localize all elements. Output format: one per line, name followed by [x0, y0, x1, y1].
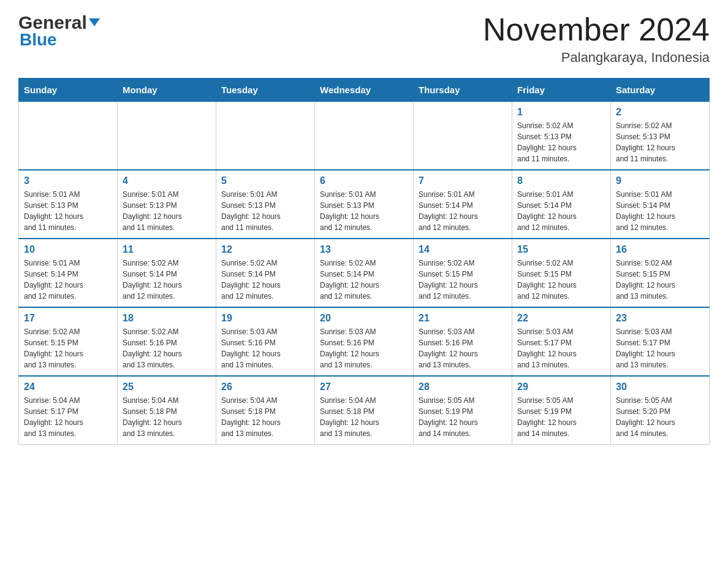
day-number: 12 [221, 244, 309, 255]
day-number: 22 [517, 313, 605, 324]
calendar-day-cell: 1Sunrise: 5:02 AM Sunset: 5:13 PM Daylig… [512, 102, 611, 170]
calendar-day-cell: 2Sunrise: 5:02 AM Sunset: 5:13 PM Daylig… [611, 102, 710, 170]
logo-area: General Blue [18, 12, 100, 48]
calendar-day-cell: 24Sunrise: 5:04 AM Sunset: 5:17 PM Dayli… [19, 376, 118, 445]
day-info: Sunrise: 5:03 AM Sunset: 5:16 PM Dayligh… [419, 326, 507, 370]
calendar-day-cell: 13Sunrise: 5:02 AM Sunset: 5:14 PM Dayli… [315, 239, 414, 307]
day-info: Sunrise: 5:02 AM Sunset: 5:15 PM Dayligh… [419, 258, 507, 302]
day-info: Sunrise: 5:02 AM Sunset: 5:13 PM Dayligh… [616, 120, 704, 164]
day-info: Sunrise: 5:02 AM Sunset: 5:13 PM Dayligh… [517, 120, 605, 164]
day-info: Sunrise: 5:03 AM Sunset: 5:16 PM Dayligh… [221, 326, 309, 370]
weekday-header-tuesday: Tuesday [216, 79, 315, 102]
day-info: Sunrise: 5:04 AM Sunset: 5:18 PM Dayligh… [320, 395, 408, 439]
calendar-day-cell: 29Sunrise: 5:05 AM Sunset: 5:19 PM Dayli… [512, 376, 611, 445]
calendar-week-row: 10Sunrise: 5:01 AM Sunset: 5:14 PM Dayli… [19, 239, 710, 307]
day-info: Sunrise: 5:02 AM Sunset: 5:14 PM Dayligh… [221, 258, 309, 302]
day-number: 5 [221, 175, 309, 186]
calendar-day-cell: 3Sunrise: 5:01 AM Sunset: 5:13 PM Daylig… [19, 170, 118, 239]
calendar-day-cell: 9Sunrise: 5:01 AM Sunset: 5:14 PM Daylig… [611, 170, 710, 239]
day-number: 18 [123, 313, 211, 324]
calendar-day-cell: 30Sunrise: 5:05 AM Sunset: 5:20 PM Dayli… [611, 376, 710, 445]
page-header: General Blue November 2024 Palangkaraya,… [18, 12, 710, 66]
day-info: Sunrise: 5:05 AM Sunset: 5:19 PM Dayligh… [419, 395, 507, 439]
day-info: Sunrise: 5:02 AM Sunset: 5:14 PM Dayligh… [320, 258, 408, 302]
calendar-week-row: 17Sunrise: 5:02 AM Sunset: 5:15 PM Dayli… [19, 307, 710, 376]
day-number: 6 [320, 175, 408, 186]
calendar-day-cell: 10Sunrise: 5:01 AM Sunset: 5:14 PM Dayli… [19, 239, 118, 307]
day-info: Sunrise: 5:04 AM Sunset: 5:18 PM Dayligh… [123, 395, 211, 439]
calendar-day-cell: 17Sunrise: 5:02 AM Sunset: 5:15 PM Dayli… [19, 307, 118, 376]
day-info: Sunrise: 5:01 AM Sunset: 5:14 PM Dayligh… [419, 189, 507, 233]
weekday-header-monday: Monday [118, 79, 216, 102]
day-number: 1 [517, 107, 605, 118]
day-info: Sunrise: 5:01 AM Sunset: 5:13 PM Dayligh… [123, 189, 211, 233]
calendar-day-cell: 5Sunrise: 5:01 AM Sunset: 5:13 PM Daylig… [216, 170, 315, 239]
day-number: 29 [517, 381, 605, 393]
day-number: 30 [616, 381, 704, 393]
weekday-header-row: SundayMondayTuesdayWednesdayThursdayFrid… [19, 79, 710, 102]
day-number: 27 [320, 381, 408, 393]
weekday-header-friday: Friday [512, 79, 611, 102]
day-number: 14 [419, 244, 507, 255]
calendar-day-cell: 12Sunrise: 5:02 AM Sunset: 5:14 PM Dayli… [216, 239, 315, 307]
day-info: Sunrise: 5:01 AM Sunset: 5:14 PM Dayligh… [24, 258, 112, 302]
calendar-day-cell [315, 102, 414, 170]
day-info: Sunrise: 5:04 AM Sunset: 5:17 PM Dayligh… [24, 395, 112, 439]
calendar-day-cell: 21Sunrise: 5:03 AM Sunset: 5:16 PM Dayli… [414, 307, 512, 376]
calendar-day-cell [118, 102, 216, 170]
day-info: Sunrise: 5:02 AM Sunset: 5:15 PM Dayligh… [517, 258, 605, 302]
weekday-header-wednesday: Wednesday [315, 79, 414, 102]
calendar-day-cell [19, 102, 118, 170]
day-info: Sunrise: 5:02 AM Sunset: 5:15 PM Dayligh… [24, 326, 112, 370]
day-info: Sunrise: 5:04 AM Sunset: 5:18 PM Dayligh… [221, 395, 309, 439]
day-number: 23 [616, 313, 704, 324]
day-number: 26 [221, 381, 309, 393]
day-info: Sunrise: 5:03 AM Sunset: 5:17 PM Dayligh… [616, 326, 704, 370]
day-number: 4 [123, 175, 211, 186]
day-info: Sunrise: 5:01 AM Sunset: 5:14 PM Dayligh… [517, 189, 605, 233]
title-area: November 2024 Palangkaraya, Indonesia [483, 12, 710, 66]
calendar-day-cell: 6Sunrise: 5:01 AM Sunset: 5:13 PM Daylig… [315, 170, 414, 239]
day-number: 20 [320, 313, 408, 324]
calendar-day-cell: 27Sunrise: 5:04 AM Sunset: 5:18 PM Dayli… [315, 376, 414, 445]
day-number: 24 [24, 381, 112, 393]
calendar-day-cell: 14Sunrise: 5:02 AM Sunset: 5:15 PM Dayli… [414, 239, 512, 307]
weekday-header-sunday: Sunday [19, 79, 118, 102]
calendar-day-cell: 4Sunrise: 5:01 AM Sunset: 5:13 PM Daylig… [118, 170, 216, 239]
calendar-week-row: 1Sunrise: 5:02 AM Sunset: 5:13 PM Daylig… [19, 102, 710, 170]
calendar-day-cell: 8Sunrise: 5:01 AM Sunset: 5:14 PM Daylig… [512, 170, 611, 239]
calendar-day-cell: 22Sunrise: 5:03 AM Sunset: 5:17 PM Dayli… [512, 307, 611, 376]
calendar-day-cell: 11Sunrise: 5:02 AM Sunset: 5:14 PM Dayli… [118, 239, 216, 307]
day-info: Sunrise: 5:05 AM Sunset: 5:19 PM Dayligh… [517, 395, 605, 439]
calendar-day-cell: 18Sunrise: 5:02 AM Sunset: 5:16 PM Dayli… [118, 307, 216, 376]
calendar-week-row: 3Sunrise: 5:01 AM Sunset: 5:13 PM Daylig… [19, 170, 710, 239]
day-info: Sunrise: 5:05 AM Sunset: 5:20 PM Dayligh… [616, 395, 704, 439]
day-number: 16 [616, 244, 704, 255]
logo-blue-text: Blue [20, 31, 57, 48]
weekday-header-saturday: Saturday [611, 79, 710, 102]
calendar-day-cell: 23Sunrise: 5:03 AM Sunset: 5:17 PM Dayli… [611, 307, 710, 376]
day-number: 10 [24, 244, 112, 255]
day-number: 19 [221, 313, 309, 324]
day-number: 8 [517, 175, 605, 186]
calendar-day-cell: 7Sunrise: 5:01 AM Sunset: 5:14 PM Daylig… [414, 170, 512, 239]
day-number: 3 [24, 175, 112, 186]
calendar-week-row: 24Sunrise: 5:04 AM Sunset: 5:17 PM Dayli… [19, 376, 710, 445]
day-info: Sunrise: 5:03 AM Sunset: 5:17 PM Dayligh… [517, 326, 605, 370]
day-number: 2 [616, 107, 704, 118]
calendar-day-cell: 28Sunrise: 5:05 AM Sunset: 5:19 PM Dayli… [414, 376, 512, 445]
day-info: Sunrise: 5:03 AM Sunset: 5:16 PM Dayligh… [320, 326, 408, 370]
calendar-day-cell: 25Sunrise: 5:04 AM Sunset: 5:18 PM Dayli… [118, 376, 216, 445]
day-number: 9 [616, 175, 704, 186]
calendar-day-cell: 16Sunrise: 5:02 AM Sunset: 5:15 PM Dayli… [611, 239, 710, 307]
day-number: 13 [320, 244, 408, 255]
day-info: Sunrise: 5:02 AM Sunset: 5:16 PM Dayligh… [123, 326, 211, 370]
day-info: Sunrise: 5:01 AM Sunset: 5:13 PM Dayligh… [320, 189, 408, 233]
calendar-day-cell: 19Sunrise: 5:03 AM Sunset: 5:16 PM Dayli… [216, 307, 315, 376]
month-title: November 2024 [483, 12, 710, 47]
day-info: Sunrise: 5:01 AM Sunset: 5:13 PM Dayligh… [221, 189, 309, 233]
day-number: 15 [517, 244, 605, 255]
day-number: 17 [24, 313, 112, 324]
weekday-header-thursday: Thursday [414, 79, 512, 102]
day-number: 28 [419, 381, 507, 393]
